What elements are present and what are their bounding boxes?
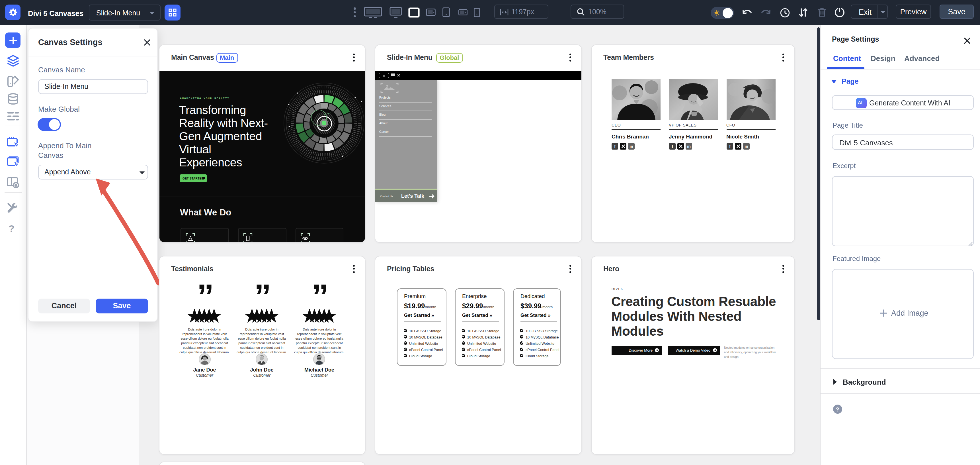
svg-text:f: f [729, 144, 730, 149]
svg-text:in: in [687, 144, 690, 149]
svg-text:in: in [744, 144, 748, 149]
svg-text:f: f [671, 144, 673, 149]
svg-text:in: in [630, 144, 633, 149]
svg-text:f: f [614, 144, 616, 149]
